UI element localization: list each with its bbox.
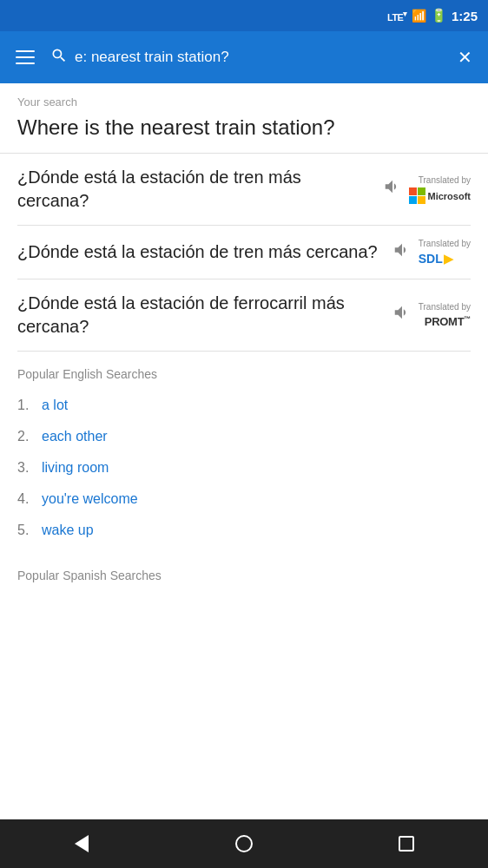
translation-item-sdl: ¿Dónde está la estación de tren más cerc… xyxy=(17,226,471,279)
svg-rect-3 xyxy=(418,196,425,204)
speaker-icon-1[interactable] xyxy=(383,177,402,201)
sdl-arrow-icon: ▶ xyxy=(444,251,453,266)
popular-link-1[interactable]: a lot xyxy=(42,398,68,413)
your-search-label: Your search xyxy=(17,95,471,108)
search-query-text: e: nearest train station? xyxy=(75,49,444,66)
translation-item-promt: ¿Dónde está la estación de ferrocarril m… xyxy=(17,279,471,352)
sdl-label: SDL xyxy=(419,251,443,266)
translation-right-2: Translated by SDL ▶ xyxy=(392,238,471,266)
popular-link-4[interactable]: you're welcome xyxy=(42,491,138,507)
translation-text-3: ¿Dónde está la estación de ferrocarril m… xyxy=(17,292,384,339)
translations-section: ¿Dónde está la estación de tren más cerc… xyxy=(17,154,471,352)
translator-badge-microsoft: Translated by Microsoft xyxy=(409,174,472,205)
list-item: 2. each other xyxy=(17,421,471,452)
signal-icon: 📶 xyxy=(412,9,426,23)
list-num: 4. xyxy=(17,491,35,507)
recents-button[interactable] xyxy=(385,826,428,861)
search-query-display: Where is the nearest train station? xyxy=(17,114,471,141)
back-button[interactable] xyxy=(60,826,103,861)
translation-item-microsoft: ¿Dónde está la estación de tren más cerc… xyxy=(17,154,471,226)
svg-rect-0 xyxy=(409,187,417,195)
popular-english-list: 1. a lot 2. each other 3. living room 4.… xyxy=(17,390,471,546)
list-item: 3. living room xyxy=(17,452,471,483)
status-bar: LTE▾ 📶 🔋 1:25 xyxy=(0,0,488,31)
svg-rect-1 xyxy=(418,187,425,195)
app-bar: e: nearest train station? ✕ xyxy=(0,31,488,83)
popular-english-section: Popular English Searches 1. a lot 2. eac… xyxy=(17,352,471,546)
translation-text-1: ¿Dónde está la estación de tren más cerc… xyxy=(17,166,374,213)
status-icons: LTE▾ 📶 🔋 1:25 xyxy=(387,8,478,23)
translator-badge-promt: Translated by PROMT™ xyxy=(419,301,471,329)
lte-icon: LTE▾ xyxy=(387,10,407,23)
svg-rect-2 xyxy=(409,196,417,204)
home-icon xyxy=(235,835,253,852)
popular-link-2[interactable]: each other xyxy=(42,429,108,444)
list-item: 5. wake up xyxy=(17,515,471,546)
close-button[interactable]: ✕ xyxy=(451,40,479,75)
translation-right-1: Translated by Microsoft xyxy=(383,174,472,205)
speaker-icon-3[interactable] xyxy=(392,303,412,327)
list-num: 3. xyxy=(17,460,35,476)
popular-spanish-title: Popular Spanish Searches xyxy=(17,558,471,582)
list-num: 1. xyxy=(17,398,35,413)
bottom-nav xyxy=(0,819,488,868)
popular-spanish-section: Popular Spanish Searches xyxy=(17,546,471,635)
popular-english-title: Popular English Searches xyxy=(17,367,471,381)
promt-label: PROMT™ xyxy=(425,315,471,328)
translation-text-2: ¿Dónde está la estación de tren más cerc… xyxy=(17,240,384,264)
recents-icon xyxy=(399,836,414,852)
battery-icon: 🔋 xyxy=(431,8,447,23)
status-time: 1:25 xyxy=(452,9,478,23)
search-icon xyxy=(50,47,68,69)
menu-button[interactable] xyxy=(9,43,42,71)
back-icon xyxy=(75,835,89,852)
translation-right-3: Translated by PROMT™ xyxy=(392,301,471,329)
home-button[interactable] xyxy=(222,826,266,861)
popular-link-5[interactable]: wake up xyxy=(42,523,94,538)
main-content: Your search Where is the nearest train s… xyxy=(0,83,488,643)
microsoft-logo xyxy=(409,187,426,205)
list-item: 1. a lot xyxy=(17,390,471,421)
list-item: 4. you're welcome xyxy=(17,483,471,515)
translator-badge-sdl: Translated by SDL ▶ xyxy=(419,238,471,266)
search-bar: e: nearest train station? ✕ xyxy=(50,40,479,75)
list-num: 5. xyxy=(17,523,35,538)
microsoft-label: Microsoft xyxy=(428,190,472,202)
popular-link-3[interactable]: living room xyxy=(42,460,109,476)
speaker-icon-2[interactable] xyxy=(392,240,412,265)
list-num: 2. xyxy=(17,429,35,444)
